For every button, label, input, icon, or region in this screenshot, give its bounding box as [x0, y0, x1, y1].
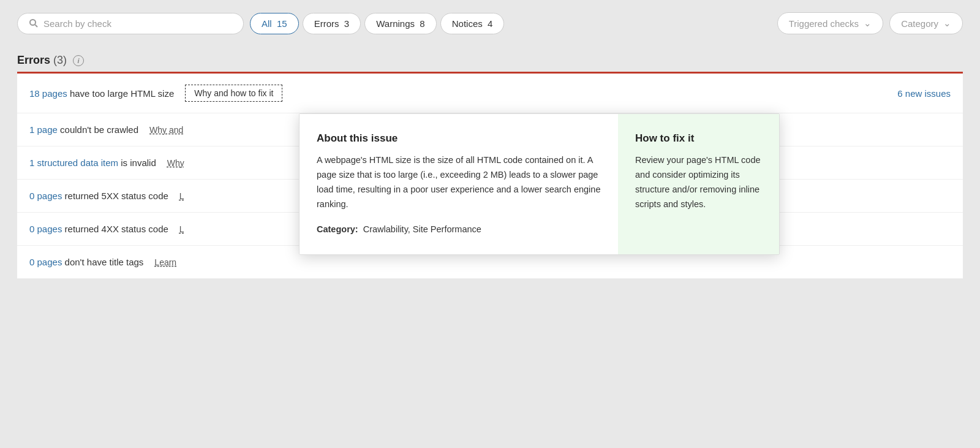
why-fix-btn-2[interactable]: Why and: [149, 125, 183, 135]
tab-all[interactable]: All 15: [250, 13, 299, 34]
issue-text-4: returned 5XX status code: [62, 191, 168, 201]
tooltip-right-panel: How to fix it Review your page's HTML co…: [618, 114, 779, 254]
tab-errors[interactable]: Errors 3: [303, 13, 361, 34]
issue-prefix-link-5[interactable]: 0 pages: [29, 224, 62, 234]
issue-prefix-link-2[interactable]: 1 page: [29, 124, 58, 135]
issue-prefix-link-1[interactable]: 18 pages: [29, 88, 67, 99]
why-fix-btn-1[interactable]: Why and how to fix it: [185, 85, 282, 102]
search-placeholder: Search by check: [43, 18, 111, 29]
issue-text-3: is invalid: [118, 158, 156, 168]
tooltip-category-label: Category:: [317, 224, 358, 234]
section-count: (3): [53, 54, 67, 66]
tooltip-left-panel: About this issue A webpage's HTML size i…: [300, 114, 618, 254]
triggered-checks-label: Triggered checks: [789, 18, 859, 29]
why-fix-btn-3[interactable]: Why: [167, 158, 184, 168]
section-title: Errors (3): [17, 54, 67, 67]
why-fix-btn-6[interactable]: Learn: [154, 257, 176, 267]
issue-prefix-link-4[interactable]: 0 pages: [29, 191, 62, 201]
search-box[interactable]: Search by check: [17, 13, 244, 34]
new-issues-badge-1: 6 new issues: [897, 88, 951, 99]
search-icon: [29, 18, 39, 28]
why-fix-btn-5[interactable]: L: [179, 224, 184, 234]
issue-text-5: returned 4XX status code: [62, 224, 168, 234]
filter-bar: Search by check All 15 Errors 3 Warnings…: [17, 12, 963, 34]
tooltip-fix-title: How to fix it: [635, 132, 762, 145]
tab-notices[interactable]: Notices 4: [440, 13, 505, 34]
main-container: Search by check All 15 Errors 3 Warnings…: [0, 0, 980, 448]
category-dropdown[interactable]: Category ⌄: [889, 12, 963, 34]
tab-warnings[interactable]: Warnings 8: [364, 13, 436, 34]
tooltip-fix-body: Review your page's HTML code and conside…: [635, 153, 762, 212]
issue-prefix-link-6[interactable]: 0 pages: [29, 257, 62, 267]
chevron-down-icon-2: ⌄: [943, 18, 951, 29]
tooltip-category-value: Crawlability, Site Performance: [363, 224, 481, 234]
triggered-checks-dropdown[interactable]: Triggered checks ⌄: [777, 12, 884, 34]
tooltip-about-title: About this issue: [317, 132, 601, 145]
issue-row-1: 18 pages have too large HTML size Why an…: [17, 74, 963, 113]
filter-tabs: All 15 Errors 3 Warnings 8 Notices 4: [250, 13, 504, 34]
tooltip-popup: About this issue A webpage's HTML size i…: [299, 113, 780, 255]
category-label: Category: [901, 18, 938, 29]
svg-point-0: [30, 20, 36, 25]
issue-text-1: have too large HTML size: [67, 88, 175, 99]
chevron-down-icon: ⌄: [864, 18, 872, 29]
section-header: Errors (3) i: [17, 54, 963, 67]
issue-prefix-link-3[interactable]: 1 structured data item: [29, 158, 118, 168]
svg-line-1: [36, 25, 38, 28]
tooltip-category: Category: Crawlability, Site Performance: [317, 223, 601, 237]
info-icon[interactable]: i: [73, 55, 84, 66]
why-fix-btn-4[interactable]: L: [179, 191, 184, 201]
issue-text-6: don't have title tags: [62, 257, 143, 267]
issue-text-2: couldn't be crawled: [58, 124, 138, 135]
tooltip-about-body: A webpage's HTML size is the size of all…: [317, 153, 601, 212]
